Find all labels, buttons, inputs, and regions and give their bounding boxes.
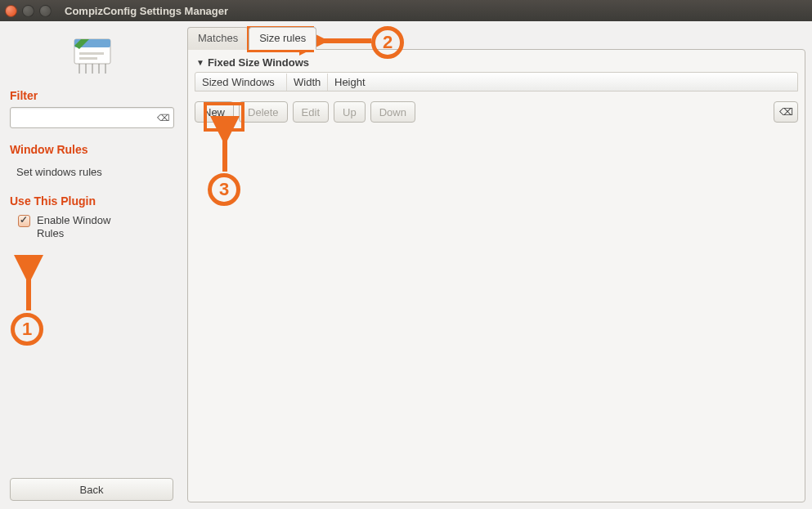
up-button[interactable]: Up xyxy=(334,101,366,123)
svg-rect-3 xyxy=(79,57,97,60)
button-row: New Delete Edit Up Down ⌫ xyxy=(195,101,798,123)
maximize-icon[interactable] xyxy=(39,5,52,17)
down-button[interactable]: Down xyxy=(370,101,415,123)
enable-window-rules-label: Enable Window Rules xyxy=(37,214,135,241)
window-rules-heading: Window Rules xyxy=(10,143,174,156)
minimize-icon[interactable] xyxy=(22,5,34,17)
clear-list-icon[interactable]: ⌫ xyxy=(774,101,798,123)
delete-button[interactable]: Delete xyxy=(239,101,288,123)
list-header: Sized Windows Width Height xyxy=(195,72,798,92)
use-plugin-heading: Use This Plugin xyxy=(10,194,174,208)
content-area: Matches Size rules ▼ Fixed Size Windows … xyxy=(184,21,812,509)
svg-rect-2 xyxy=(79,52,104,55)
new-button[interactable]: New xyxy=(195,101,234,123)
tab-bar: Matches Size rules xyxy=(187,26,805,49)
col-width[interactable]: Width xyxy=(287,74,328,91)
tab-matches[interactable]: Matches xyxy=(187,27,249,50)
col-sized-windows[interactable]: Sized Windows xyxy=(195,74,287,91)
clear-filter-icon[interactable]: ⌫ xyxy=(156,110,171,125)
filter-input[interactable] xyxy=(10,107,174,128)
titlebar: CompizConfig Settings Manager xyxy=(0,0,812,21)
col-height[interactable]: Height xyxy=(328,74,797,91)
filter-heading: Filter xyxy=(10,89,174,102)
size-rules-panel: ▼ Fixed Size Windows Sized Windows Width… xyxy=(187,49,805,502)
disclosure-triangle-icon[interactable]: ▼ xyxy=(196,58,204,67)
set-windows-rules-link[interactable]: Set windows rules xyxy=(10,161,174,183)
tab-size-rules[interactable]: Size rules xyxy=(249,27,316,50)
sidebar: Filter ⌫ Window Rules Set windows rules … xyxy=(0,21,184,509)
enable-window-rules-checkbox[interactable] xyxy=(18,215,30,227)
group-title: Fixed Size Windows xyxy=(208,56,309,69)
back-button[interactable]: Back xyxy=(10,478,173,501)
edit-button[interactable]: Edit xyxy=(293,101,329,123)
close-icon[interactable] xyxy=(5,5,17,17)
plugin-icon xyxy=(10,29,174,86)
window-title: CompizConfig Settings Manager xyxy=(65,5,228,17)
fixed-size-windows-group[interactable]: ▼ Fixed Size Windows xyxy=(195,56,798,72)
